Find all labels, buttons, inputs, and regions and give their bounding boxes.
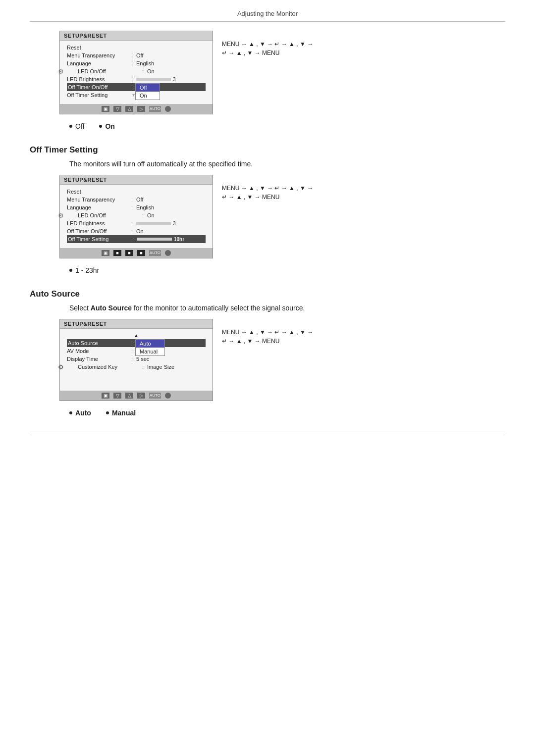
menu-formula-2: MENU → ▲ , ▼ → ↵ → ▲ , ▼ → ↵ → ▲ , ▼ → M… bbox=[222, 175, 313, 201]
bottom-icon2-2: ■ bbox=[113, 250, 121, 256]
menu-row-led-brightness: LED Brightness : 3 bbox=[67, 75, 206, 83]
off-timer-onoff-section: SETUP&RESET Reset Menu Transparency : Of… bbox=[30, 31, 505, 130]
dropdown-item-on[interactable]: On bbox=[136, 92, 160, 100]
off-timer-setting-desc: The monitors will turn off automatically… bbox=[69, 160, 505, 168]
off-timer-setting-heading: Off Timer Setting bbox=[30, 145, 505, 155]
monitor-bottom-bar-1: ▣ ▽ △ ▷ AUTO bbox=[60, 104, 213, 114]
menu-spacer bbox=[67, 371, 206, 386]
monitor-bottom-bar-3: ▣ ▽ △ ▷ AUTO bbox=[60, 391, 213, 401]
bottom-icon3-3: △ bbox=[125, 393, 133, 399]
menu-row-led-onoff: ⚙ LED On/Off : On bbox=[67, 67, 206, 75]
bullet-dot-off bbox=[69, 125, 72, 128]
menu-row2-led-onoff: ⚙ LED On/Off : On bbox=[67, 211, 206, 219]
bottom-icon2-3: ■ bbox=[125, 250, 133, 256]
screen-title-3: SETUP&RESET bbox=[60, 319, 213, 329]
menu-row-off-timer-onoff: Off Timer On/Off : Off Off On bbox=[67, 83, 206, 91]
menu-row2-off-timer-setting: Off Timer Setting : 10hr bbox=[67, 235, 206, 243]
menu-row-menu-transparency: Menu Transparency : Off bbox=[67, 51, 206, 59]
bottom-icon2-auto: AUTO bbox=[149, 250, 161, 256]
menu-formula-3: MENU → ▲ , ▼ → ↵ → ▲ , ▼ → ↵ → ▲ , ▼ → M… bbox=[222, 319, 313, 345]
bottom-icon-4: ▷ bbox=[137, 106, 145, 112]
menu-formula-1: MENU → ▲ , ▼ → ↵ → ▲ , ▼ → ↵ → ▲ , ▼ → M… bbox=[222, 31, 313, 56]
bullet-manual: Manual bbox=[106, 409, 136, 417]
auto-source-desc: Select Auto Source for the monitor to au… bbox=[69, 304, 505, 312]
monitor-menu-1: Reset Menu Transparency : Off Language :… bbox=[60, 41, 213, 102]
bottom-icon2-4: ■ bbox=[137, 250, 145, 256]
screen-title-1: SETUP&RESET bbox=[60, 31, 213, 41]
bullet-dot-auto bbox=[69, 411, 72, 414]
page-title: Adjusting the Monitor bbox=[30, 10, 505, 22]
bottom-divider bbox=[30, 432, 505, 432]
bullet-row-3: Auto Manual bbox=[69, 409, 505, 417]
monitor-menu-2: Reset Menu Transparency : Off Language :… bbox=[60, 185, 213, 246]
off-timer-dropdown: Off On bbox=[135, 83, 160, 100]
bottom-icon3-1: ▣ bbox=[102, 393, 109, 399]
menu-row2-reset: Reset bbox=[67, 188, 206, 196]
bottom-icon3-power bbox=[165, 393, 171, 399]
menu-row3-auto-source: Auto Source : Auto Auto Manual bbox=[67, 339, 206, 347]
bottom-icon3-2: ▽ bbox=[113, 393, 121, 399]
screen-title-2: SETUP&RESET bbox=[60, 175, 213, 185]
bullet-off: Off bbox=[69, 122, 84, 130]
bottom-icon-auto: AUTO bbox=[149, 106, 161, 112]
menu-row3-scroll-up: ▲ bbox=[67, 332, 206, 339]
timer-bar-wrap: 10hr bbox=[137, 237, 206, 242]
bottom-icon2-power bbox=[165, 250, 171, 256]
bullet-label-off: Off bbox=[75, 122, 84, 130]
monitor-block-2: SETUP&RESET Reset Menu Transparency : Of… bbox=[59, 175, 505, 258]
bottom-icon-power bbox=[165, 106, 171, 112]
gear-icon-3: ⚙ bbox=[58, 363, 64, 371]
monitor-screen-3: SETUP&RESET ▲ Auto Source : Auto Auto Ma… bbox=[59, 319, 213, 401]
bullet-dot-manual bbox=[106, 411, 109, 414]
bullet-timer-range: 1 - 23hr bbox=[69, 266, 99, 274]
bullet-row-1: Off On bbox=[69, 122, 505, 130]
bottom-icon3-4: ▷ bbox=[137, 393, 145, 399]
off-timer-setting-section: Off Timer Setting The monitors will turn… bbox=[30, 145, 505, 274]
auto-source-dropdown: Auto Manual bbox=[135, 339, 165, 356]
bullet-dot-timer bbox=[69, 269, 72, 272]
bottom-icon-1: ▣ bbox=[102, 106, 109, 112]
bullet-label-auto: Auto bbox=[75, 409, 91, 417]
bullet-label-on: On bbox=[105, 122, 114, 130]
menu-row2-menu-transparency: Menu Transparency : Off bbox=[67, 196, 206, 203]
auto-source-heading: Auto Source bbox=[30, 289, 505, 299]
menu-row2-language: Language : English bbox=[67, 203, 206, 211]
gear-icon-1: ⚙ bbox=[58, 68, 64, 75]
dropdown-item-off[interactable]: Off bbox=[136, 84, 160, 92]
menu-row-reset: Reset bbox=[67, 44, 206, 51]
bottom-icon2-1: ▣ bbox=[102, 250, 109, 256]
bullet-auto: Auto bbox=[69, 409, 91, 417]
monitor-bottom-bar-2: ▣ ■ ■ ■ AUTO bbox=[60, 248, 213, 258]
dropdown-auto[interactable]: Auto bbox=[136, 340, 164, 348]
monitor-block-3: SETUP&RESET ▲ Auto Source : Auto Auto Ma… bbox=[59, 319, 505, 401]
led-progress-bar-2: 3 bbox=[136, 221, 206, 226]
menu-row2-led-brightness: LED Brightness : 3 bbox=[67, 219, 206, 227]
dropdown-manual[interactable]: Manual bbox=[136, 348, 164, 355]
monitor-block-1: SETUP&RESET Reset Menu Transparency : Of… bbox=[59, 31, 505, 114]
bottom-icon-2: ▽ bbox=[113, 106, 121, 112]
bottom-icon-3: △ bbox=[125, 106, 133, 112]
bullet-row-2: 1 - 23hr bbox=[69, 266, 505, 274]
bullet-on: On bbox=[99, 122, 114, 130]
menu-row3-customized-key: ⚙ Customized Key : Image Size bbox=[67, 363, 206, 371]
monitor-screen-1: SETUP&RESET Reset Menu Transparency : Of… bbox=[59, 31, 213, 114]
monitor-menu-3: ▲ Auto Source : Auto Auto Manual AV Mode… bbox=[60, 329, 213, 389]
gear-icon-2: ⚙ bbox=[58, 212, 64, 219]
bullet-label-manual: Manual bbox=[112, 409, 136, 417]
menu-row3-display-time: Display Time : 5 sec bbox=[67, 355, 206, 363]
auto-source-bold: Auto Source bbox=[91, 304, 132, 312]
menu-row2-off-timer-onoff: Off Timer On/Off : On bbox=[67, 227, 206, 235]
auto-source-section: Auto Source Select Auto Source for the m… bbox=[30, 289, 505, 417]
led-progress-bar: 3 bbox=[136, 77, 206, 82]
menu-row-language: Language : English bbox=[67, 59, 206, 67]
bullet-label-timer: 1 - 23hr bbox=[75, 266, 99, 274]
bullet-dot-on bbox=[99, 125, 102, 128]
bottom-icon3-auto: AUTO bbox=[149, 393, 161, 399]
monitor-screen-2: SETUP&RESET Reset Menu Transparency : Of… bbox=[59, 175, 213, 258]
